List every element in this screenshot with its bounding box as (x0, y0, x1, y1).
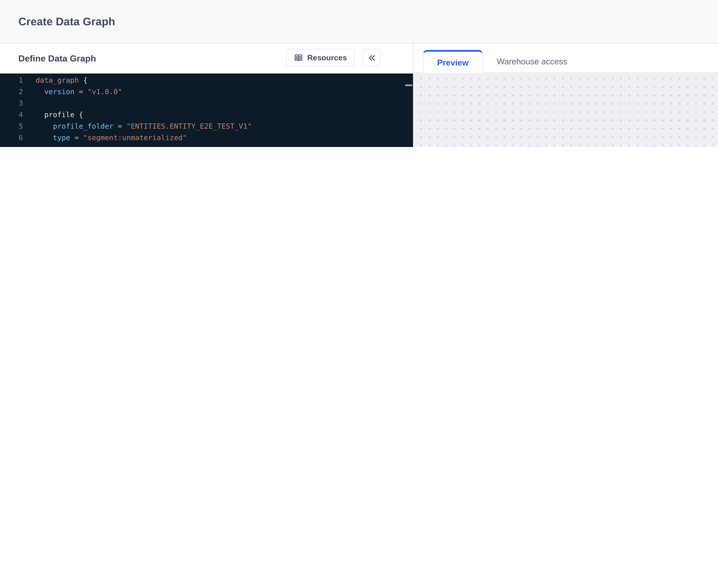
code-line-content (23, 98, 36, 109)
create-data-graph-page: Create Data Graph Cancel Define Data Gra… (0, 0, 718, 147)
resources-button-label: Resources (307, 54, 347, 62)
resources-button[interactable]: Resources (286, 49, 354, 67)
tab-preview[interactable]: Preview (423, 50, 483, 73)
code-line-content (23, 144, 36, 147)
preview-tabbar: PreviewWarehouse access (414, 44, 718, 73)
code-line-content: profile { (23, 109, 83, 121)
code-line: 4 profile { (0, 109, 413, 121)
line-number: 7 (0, 144, 23, 147)
chevrons-left-icon (367, 53, 376, 62)
code-line-content: type = "segment:unmaterialized" (23, 132, 187, 144)
code-line: 1data_graph { (0, 75, 413, 86)
panel-title: Define Data Graph (18, 54, 96, 64)
line-number: 1 (0, 75, 23, 86)
collapse-panel-button[interactable] (363, 49, 380, 67)
code-line: 3 (0, 98, 413, 109)
panel-resize-handle[interactable] (405, 84, 412, 86)
line-number: 4 (0, 109, 23, 121)
code-line-content: version = "v1.0.0" (23, 86, 122, 98)
code-line: 2 version = "v1.0.0" (0, 86, 413, 98)
define-panel-header: Define Data Graph Resources (0, 44, 413, 74)
code-editor[interactable]: 1data_graph {2 version = "v1.0.0"34 prof… (0, 74, 413, 147)
code-line-content: data_graph { (23, 75, 87, 86)
line-number: 3 (0, 98, 23, 109)
graph-canvas[interactable]: ProfileEmail AccountEmail Accounts1 data… (414, 73, 718, 147)
graph-edges (414, 73, 718, 147)
line-number: 2 (0, 86, 23, 98)
book-icon (293, 53, 303, 63)
code-line: 7 (0, 144, 413, 147)
line-number: 6 (0, 132, 23, 144)
code-line: 6 type = "segment:unmaterialized" (0, 132, 413, 144)
code-lines: 1data_graph {2 version = "v1.0.0"34 prof… (0, 74, 413, 147)
page-header: Create Data Graph Cancel (0, 0, 718, 44)
code-line-content: profile_folder = "ENTITIES.ENTITY_E2E_TE… (23, 121, 252, 132)
code-line: 5 profile_folder = "ENTITIES.ENTITY_E2E_… (0, 121, 413, 132)
line-number: 5 (0, 121, 23, 132)
page-title: Create Data Graph (18, 15, 115, 28)
tab-warehouse-access[interactable]: Warehouse access (483, 50, 581, 72)
